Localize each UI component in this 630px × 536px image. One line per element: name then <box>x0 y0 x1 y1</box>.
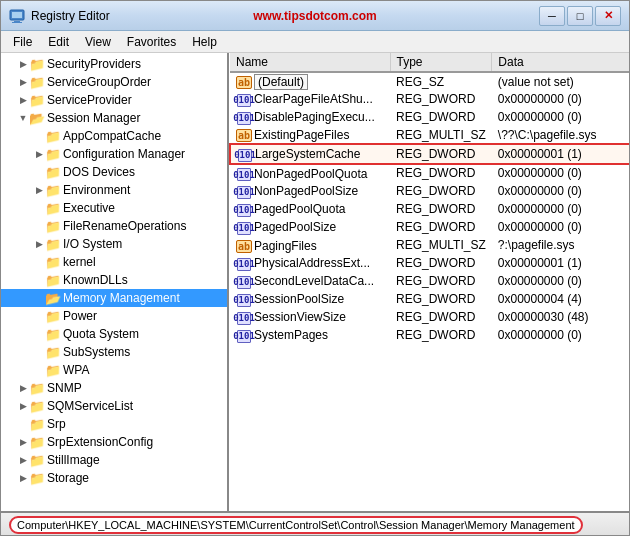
table-row[interactable]: 0101LargeSystemCacheREG_DWORD0x00000001 … <box>230 144 629 164</box>
table-row[interactable]: 0101PagedPoolQuotaREG_DWORD0x00000000 (0… <box>230 200 629 218</box>
tree-item[interactable]: ▶📁ServiceGroupOrder <box>1 73 227 91</box>
table-row[interactable]: 0101PagedPoolSizeREG_DWORD0x00000000 (0) <box>230 218 629 236</box>
table-row[interactable]: 0101SessionViewSizeREG_DWORD0x00000030 (… <box>230 308 629 326</box>
col-type[interactable]: Type <box>390 53 492 72</box>
col-name[interactable]: Name <box>230 53 390 72</box>
tree-arrow-icon: ▶ <box>17 59 29 69</box>
tree-item-label: AppCompatCache <box>63 129 161 143</box>
table-row[interactable]: 0101ClearPageFileAtShu...REG_DWORD0x0000… <box>230 90 629 108</box>
dword-value-icon: 0101 <box>236 183 252 199</box>
value-data-cell: 0x00000000 (0) <box>492 326 629 344</box>
value-name-text: PagingFiles <box>254 239 317 253</box>
tree-item[interactable]: 📁FileRenameOperations <box>1 217 227 235</box>
folder-icon: 📁 <box>45 255 61 270</box>
value-name-text: NonPagedPoolSize <box>254 184 358 198</box>
tree-item[interactable]: ▶📁SecurityProviders <box>1 55 227 73</box>
value-type-cell: REG_DWORD <box>390 326 492 344</box>
value-name-cell: 0101ClearPageFileAtShu... <box>230 90 390 108</box>
tree-item[interactable]: 📂Memory Management <box>1 289 227 307</box>
tree-item[interactable]: 📁Power <box>1 307 227 325</box>
tree-item[interactable]: 📁KnownDLLs <box>1 271 227 289</box>
tree-item-label: Quota System <box>63 327 139 341</box>
tree-item[interactable]: 📁AppCompatCache <box>1 127 227 145</box>
tree-item[interactable]: ▶📁Storage <box>1 469 227 487</box>
value-data-cell: 0x00000000 (0) <box>492 90 629 108</box>
tree-item-label: ServiceGroupOrder <box>47 75 151 89</box>
table-row[interactable]: 0101NonPagedPoolQuotaREG_DWORD0x00000000… <box>230 164 629 183</box>
tree-item[interactable]: ▶📁ServiceProvider <box>1 91 227 109</box>
tree-item[interactable]: ▶📁SQMServiceList <box>1 397 227 415</box>
menu-item-help[interactable]: Help <box>184 33 225 51</box>
tree-item[interactable]: 📁WPA <box>1 361 227 379</box>
menu-item-file[interactable]: File <box>5 33 40 51</box>
tree-item[interactable]: 📁Quota System <box>1 325 227 343</box>
tree-item-label: FileRenameOperations <box>63 219 186 233</box>
tree-item[interactable]: 📁DOS Devices <box>1 163 227 181</box>
tree-item-label: SrpExtensionConfig <box>47 435 153 449</box>
value-name-cell: 0101NonPagedPoolQuota <box>230 164 390 183</box>
value-data-cell: (value not set) <box>492 72 629 90</box>
values-pane[interactable]: Name Type Data ab(Default)REG_SZ(value n… <box>229 53 629 511</box>
folder-icon: 📁 <box>29 57 45 72</box>
table-row[interactable]: 0101SessionPoolSizeREG_DWORD0x00000004 (… <box>230 290 629 308</box>
menu-bar: FileEditViewFavoritesHelp <box>1 31 629 53</box>
dword-value-icon: 0101 <box>237 146 253 162</box>
table-row[interactable]: 0101PhysicalAddressExt...REG_DWORD0x0000… <box>230 254 629 272</box>
tree-item-label: SubSystems <box>63 345 130 359</box>
table-row[interactable]: 0101DisablePagingExecu...REG_DWORD0x0000… <box>230 108 629 126</box>
tree-item[interactable]: 📁Executive <box>1 199 227 217</box>
value-name-cell: 0101LargeSystemCache <box>230 144 390 164</box>
menu-item-favorites[interactable]: Favorites <box>119 33 184 51</box>
maximize-button[interactable]: □ <box>567 6 593 26</box>
table-row[interactable]: ab(Default)REG_SZ(value not set) <box>230 72 629 90</box>
value-name-text: PhysicalAddressExt... <box>254 256 370 270</box>
value-type-cell: REG_DWORD <box>390 254 492 272</box>
value-name-text: PagedPoolSize <box>254 220 336 234</box>
tree-item[interactable]: 📁Srp <box>1 415 227 433</box>
menu-item-edit[interactable]: Edit <box>40 33 77 51</box>
col-data[interactable]: Data <box>492 53 629 72</box>
tree-item-label: Storage <box>47 471 89 485</box>
tree-item-label: KnownDLLs <box>63 273 128 287</box>
tree-item[interactable]: ▶📁I/O System <box>1 235 227 253</box>
menu-item-view[interactable]: View <box>77 33 119 51</box>
tree-item-label: Srp <box>47 417 66 431</box>
tree-item[interactable]: ▶📁SNMP <box>1 379 227 397</box>
folder-icon: 📁 <box>29 93 45 108</box>
value-type-cell: REG_DWORD <box>390 290 492 308</box>
value-name-text: DisablePagingExecu... <box>254 110 375 124</box>
value-data-cell: \??\C:\pagefile.sys <box>492 126 629 144</box>
tree-item-label: Configuration Manager <box>63 147 185 161</box>
value-type-cell: REG_DWORD <box>390 108 492 126</box>
table-row[interactable]: abExistingPageFilesREG_MULTI_SZ\??\C:\pa… <box>230 126 629 144</box>
tree-arrow-icon: ▶ <box>17 473 29 483</box>
table-row[interactable]: abPagingFilesREG_MULTI_SZ?:\pagefile.sys <box>230 236 629 254</box>
tree-arrow-icon: ▶ <box>17 401 29 411</box>
folder-icon: 📁 <box>29 435 45 450</box>
tree-arrow-icon: ▶ <box>17 95 29 105</box>
value-type-cell: REG_DWORD <box>390 308 492 326</box>
minimize-button[interactable]: ─ <box>539 6 565 26</box>
value-name-text: ClearPageFileAtShu... <box>254 92 373 106</box>
table-row[interactable]: 0101NonPagedPoolSizeREG_DWORD0x00000000 … <box>230 182 629 200</box>
tree-item[interactable]: ▶📁Configuration Manager <box>1 145 227 163</box>
folder-icon: 📁 <box>45 201 61 216</box>
table-row[interactable]: 0101SecondLevelDataCa...REG_DWORD0x00000… <box>230 272 629 290</box>
value-name-text: SessionViewSize <box>254 310 346 324</box>
value-type-cell: REG_DWORD <box>390 200 492 218</box>
table-row[interactable]: 0101SystemPagesREG_DWORD0x00000000 (0) <box>230 326 629 344</box>
value-data-cell: 0x00000001 (1) <box>492 254 629 272</box>
folder-icon: 📁 <box>45 129 61 144</box>
tree-item[interactable]: ▶📁SrpExtensionConfig <box>1 433 227 451</box>
value-name-text: SecondLevelDataCa... <box>254 274 374 288</box>
tree-item[interactable]: ▶📁StillImage <box>1 451 227 469</box>
tree-item[interactable]: ▼📂Session Manager <box>1 109 227 127</box>
folder-icon: 📁 <box>45 345 61 360</box>
value-name-cell: 0101NonPagedPoolSize <box>230 182 390 200</box>
tree-item-label: Environment <box>63 183 130 197</box>
close-button[interactable]: ✕ <box>595 6 621 26</box>
tree-pane[interactable]: ▶📁SecurityProviders▶📁ServiceGroupOrder▶📁… <box>1 53 229 511</box>
tree-item[interactable]: 📁kernel <box>1 253 227 271</box>
tree-item[interactable]: ▶📁Environment <box>1 181 227 199</box>
tree-item[interactable]: 📁SubSystems <box>1 343 227 361</box>
